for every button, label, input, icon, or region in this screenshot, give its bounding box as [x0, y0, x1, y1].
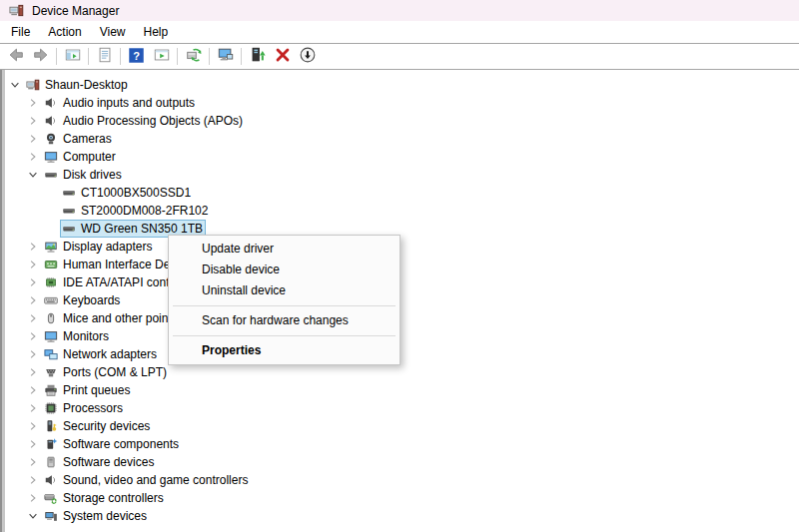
tree-item-label[interactable]: Security devices: [60, 418, 153, 434]
tree-item[interactable]: Security devices: [0, 417, 799, 435]
chevron-spacer: [42, 202, 60, 220]
tree-item[interactable]: Shaun-Desktop: [0, 76, 799, 94]
keyboard-icon: [42, 292, 60, 308]
chevron-right-icon[interactable]: [24, 399, 42, 417]
tree-item-label[interactable]: Audio inputs and outputs: [60, 95, 198, 111]
menu-item-uninstall-device[interactable]: Uninstall device: [169, 280, 400, 301]
chevron-right-icon[interactable]: [24, 345, 42, 363]
chevron-right-icon[interactable]: [24, 417, 42, 435]
help-button[interactable]: ?: [124, 45, 149, 68]
chevron-right-icon[interactable]: [24, 130, 42, 148]
disk-icon: [42, 167, 60, 183]
chevron-right-icon[interactable]: [24, 238, 42, 256]
tree-item-label[interactable]: Software components: [60, 436, 182, 452]
menu-item-scan-hardware-changes[interactable]: Scan for hardware changes: [169, 310, 400, 331]
tree-item[interactable]: Audio inputs and outputs: [0, 94, 799, 112]
printer-icon: [42, 382, 60, 398]
chevron-right-icon[interactable]: [24, 471, 42, 489]
tree-item-label[interactable]: Processors: [60, 400, 126, 416]
tree-item[interactable]: ST2000DM008-2FR102: [0, 202, 799, 220]
chevron-right-icon[interactable]: [24, 453, 42, 471]
chevron-right-icon[interactable]: [24, 273, 42, 291]
forward-button[interactable]: [28, 45, 53, 68]
security-device-icon: [42, 418, 60, 434]
chevron-spacer: [42, 220, 60, 238]
tree-item-label[interactable]: ST2000DM008-2FR102: [78, 203, 211, 219]
show-action-pane-button[interactable]: [149, 45, 174, 68]
tree-item[interactable]: Cameras: [0, 130, 799, 148]
window-edge: [0, 70, 5, 532]
tree-item-label[interactable]: Print queues: [60, 382, 133, 398]
update-driver-button[interactable]: [245, 45, 270, 68]
chevron-right-icon[interactable]: [24, 327, 42, 345]
back-button[interactable]: [3, 45, 28, 68]
storage-controller-icon: [42, 490, 60, 506]
tree-item-label[interactable]: Software devices: [60, 454, 157, 470]
device-manager-icon: [7, 3, 25, 19]
chevron-down-icon[interactable]: [24, 507, 42, 525]
menu-item-disable-device[interactable]: Disable device: [169, 260, 400, 280]
tree-item[interactable]: Sound, video and game controllers: [0, 471, 799, 489]
scan-hardware-changes-button[interactable]: [295, 45, 320, 68]
menu-item-properties[interactable]: Properties: [169, 340, 400, 361]
chevron-down-icon[interactable]: [6, 76, 24, 94]
tree-item[interactable]: Disk drives: [0, 166, 799, 184]
toolbar-separator: [120, 48, 121, 65]
uninstall-device-button[interactable]: [270, 45, 295, 68]
show-hide-console-tree-button[interactable]: [60, 45, 85, 68]
tree-item[interactable]: CT1000BX500SSD1: [0, 184, 799, 202]
chevron-right-icon[interactable]: [24, 381, 42, 399]
camera-icon: [42, 131, 60, 147]
menu-file[interactable]: File: [2, 21, 39, 43]
computer-monitor-icon: [217, 46, 235, 67]
chevron-right-icon[interactable]: [24, 309, 42, 327]
tree-item[interactable]: Processors: [0, 399, 799, 417]
tree-item[interactable]: System devices: [0, 507, 799, 525]
tree-item-label[interactable]: Audio Processing Objects (APOs): [60, 113, 246, 129]
menu-bar: File Action View Help: [0, 21, 799, 44]
tree-item-label[interactable]: Keyboards: [60, 292, 123, 308]
menu-item-update-driver[interactable]: Update driver: [169, 239, 400, 260]
menu-help[interactable]: Help: [135, 21, 178, 43]
chevron-spacer: [42, 184, 60, 202]
tree-item[interactable]: Software devices: [0, 453, 799, 471]
tree-item[interactable]: Audio Processing Objects (APOs): [0, 112, 799, 130]
tree-item-label[interactable]: Cameras: [60, 131, 115, 147]
tree-item[interactable]: Print queues: [0, 381, 799, 399]
tree-item-label[interactable]: Ports (COM & LPT): [60, 364, 170, 380]
tree-item-label[interactable]: Sound, video and game controllers: [60, 472, 251, 488]
tree-item-label[interactable]: CT1000BX500SSD1: [78, 185, 194, 201]
menu-separator: [173, 335, 396, 336]
chevron-right-icon[interactable]: [24, 94, 42, 112]
tree-item-label[interactable]: Network adapters: [60, 346, 160, 362]
tree-item-label[interactable]: Storage controllers: [60, 490, 167, 506]
tree-item-label[interactable]: System devices: [60, 508, 150, 524]
mouse-icon: [42, 310, 60, 326]
tree-item-label[interactable]: Shaun-Desktop: [42, 77, 131, 93]
menu-action[interactable]: Action: [39, 21, 90, 43]
tree-item-label[interactable]: Disk drives: [60, 167, 125, 183]
tree-item[interactable]: Storage controllers: [0, 489, 799, 507]
chevron-right-icon[interactable]: [24, 435, 42, 453]
tree-item-label[interactable]: Monitors: [60, 328, 112, 344]
chevron-right-icon[interactable]: [24, 363, 42, 381]
chevron-right-icon[interactable]: [24, 112, 42, 130]
chevron-right-icon[interactable]: [24, 256, 42, 273]
tree-item[interactable]: Computer: [0, 148, 799, 166]
refresh-button[interactable]: [181, 45, 206, 68]
menu-view[interactable]: View: [91, 21, 135, 43]
network-adapter-icon: [42, 346, 60, 362]
chevron-right-icon[interactable]: [24, 489, 42, 507]
tree-item-label[interactable]: Computer: [60, 149, 119, 165]
tree-item[interactable]: Ports (COM & LPT): [0, 363, 799, 381]
window-title: Device Manager: [32, 4, 119, 18]
tree-item[interactable]: Software components: [0, 435, 799, 453]
update-driver-icon: [249, 46, 267, 67]
toolbar-separator: [209, 48, 210, 65]
chevron-right-icon[interactable]: [24, 148, 42, 166]
chevron-down-icon[interactable]: [24, 166, 42, 184]
chevron-right-icon[interactable]: [24, 291, 42, 309]
properties-button[interactable]: [92, 45, 117, 68]
tree-item-label[interactable]: Display adapters: [60, 239, 155, 255]
computer-view-button[interactable]: [213, 45, 238, 68]
